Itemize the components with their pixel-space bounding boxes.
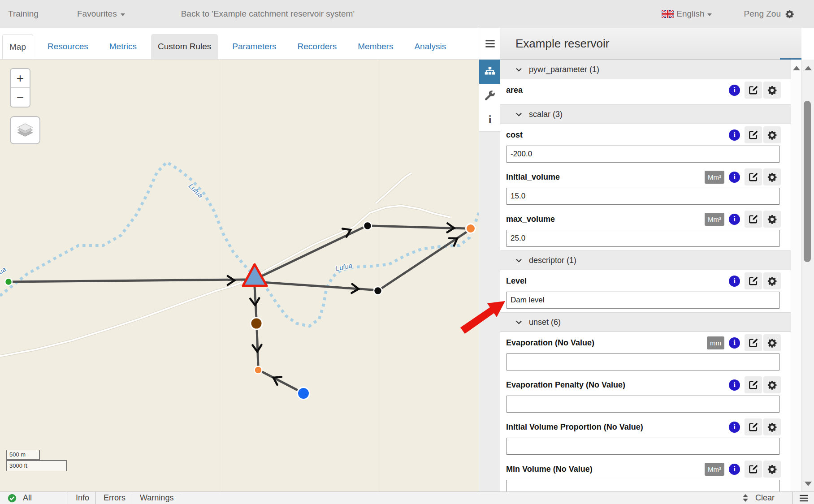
layers-button[interactable]	[10, 116, 40, 144]
tools-button[interactable]	[479, 84, 501, 108]
property-label: Evaporation (No Value)	[506, 338, 594, 348]
tab-metrics[interactable]: Metrics	[103, 34, 143, 59]
chevron-down-icon	[515, 67, 522, 72]
settings-button[interactable]	[763, 418, 781, 435]
filter-warnings[interactable]: Warnings	[132, 492, 180, 504]
tab-analysis[interactable]: Analysis	[407, 34, 453, 59]
node-black-lower[interactable]	[374, 287, 382, 295]
node-orange-small[interactable]	[255, 366, 262, 374]
tab-custom-rules[interactable]: Custom Rules	[151, 34, 218, 59]
info-panel-button[interactable]: i	[479, 108, 501, 132]
edit-button[interactable]	[745, 334, 762, 351]
edit-button[interactable]	[745, 168, 762, 185]
edit-button[interactable]	[745, 272, 762, 289]
scrollbar-thumb[interactable]	[804, 101, 811, 262]
property-value-input[interactable]	[506, 230, 780, 247]
property-value-input[interactable]	[506, 438, 780, 455]
settings-button[interactable]	[763, 168, 781, 185]
clear-label: Clear	[755, 493, 775, 503]
wrench-icon	[485, 90, 495, 101]
panel-title: Example reservoir	[515, 37, 610, 51]
edit-icon	[749, 214, 758, 224]
property-value-input[interactable]	[506, 480, 780, 491]
property-value-input[interactable]	[506, 146, 780, 163]
nav-favourites[interactable]: Favourites	[77, 9, 125, 19]
settings-button[interactable]	[763, 334, 781, 351]
gear-icon	[785, 9, 794, 19]
info-icon[interactable]: i	[729, 214, 740, 225]
window-scrollbar[interactable]	[801, 60, 814, 491]
settings-button[interactable]	[763, 211, 781, 228]
node-green[interactable]	[5, 278, 12, 285]
map-canvas[interactable]: LufuaLufuaLufua + − 500 m 3000 ft	[0, 60, 479, 491]
scroll-up-arrow[interactable]	[793, 66, 800, 70]
tab-map[interactable]: Map	[2, 34, 33, 59]
filter-info[interactable]: Info	[68, 492, 96, 504]
section-header-descriptor-1[interactable]: descriptor (1)	[500, 250, 791, 270]
settings-button[interactable]	[763, 82, 781, 99]
section-header-scalar-3[interactable]: scalar (3)	[500, 104, 791, 124]
section-header-pywr-parameter-1[interactable]: pywr_parameter (1)	[500, 60, 791, 79]
property-value-input[interactable]	[506, 188, 780, 205]
zoom-in-button[interactable]: +	[11, 69, 30, 88]
nav-training-label: Training	[8, 9, 39, 19]
edit-button[interactable]	[745, 211, 762, 228]
clear-log-button[interactable]: Clear	[732, 492, 792, 504]
section-header-unset-6[interactable]: unset (6)	[500, 312, 791, 332]
edit-button[interactable]	[745, 376, 762, 393]
tab-parameters[interactable]: Parameters	[225, 34, 283, 59]
panel-menu-button[interactable]	[479, 28, 501, 60]
filter-label: Warnings	[140, 493, 173, 503]
edit-button[interactable]	[745, 461, 762, 478]
tab-members[interactable]: Members	[351, 34, 400, 59]
node-black-upper[interactable]	[364, 222, 372, 230]
property-evaporation-penalty-no-value: Evaporation Penalty (No Value) i	[500, 374, 791, 413]
info-icon[interactable]: i	[729, 172, 740, 183]
filter-label: Errors	[104, 493, 126, 503]
property-label: Evaporation Penalty (No Value)	[506, 380, 625, 390]
tab-recorders[interactable]: Recorders	[291, 34, 344, 59]
property-label: area	[506, 86, 523, 95]
edit-button[interactable]	[745, 82, 762, 99]
settings-button[interactable]	[763, 272, 781, 289]
user-menu[interactable]: Peng Zou	[744, 9, 794, 19]
tab-resources[interactable]: Resources	[41, 34, 95, 59]
property-value-input[interactable]	[506, 396, 780, 413]
scroll-down-arrow[interactable]	[805, 482, 812, 486]
property-label: initial_volume	[506, 172, 560, 182]
settings-button[interactable]	[763, 461, 781, 478]
info-icon[interactable]: i	[729, 422, 740, 433]
edit-icon	[749, 464, 758, 474]
property-initial-volume-proportion-no-value: Initial Volume Proportion (No Value) i	[500, 416, 791, 455]
scroll-up-arrow[interactable]	[805, 66, 812, 70]
info-icon[interactable]: i	[729, 337, 740, 349]
node-blue[interactable]	[298, 388, 310, 400]
info-icon[interactable]: i	[729, 464, 740, 475]
log-menu-button[interactable]	[792, 492, 814, 504]
info-icon[interactable]: i	[729, 379, 740, 391]
network-view-button[interactable]	[479, 60, 501, 84]
nav-back-link[interactable]: Back to 'Example catchment reservoir sys…	[181, 9, 355, 19]
log-filters: All Info Errors Warnings	[0, 492, 180, 504]
node-orange-right[interactable]	[466, 224, 476, 233]
info-icon[interactable]: i	[729, 129, 740, 141]
zoom-out-button[interactable]: −	[11, 88, 30, 107]
nav-training[interactable]: Training	[8, 9, 39, 19]
node-brown[interactable]	[251, 318, 262, 329]
panel-scrollbar[interactable]	[791, 60, 801, 491]
edit-button[interactable]	[745, 126, 762, 143]
filter-errors[interactable]: Errors	[96, 492, 132, 504]
property-value-input[interactable]	[506, 292, 780, 309]
language-selector[interactable]: English	[662, 9, 711, 19]
filter-all[interactable]: All	[0, 492, 68, 504]
info-icon[interactable]: i	[729, 85, 740, 96]
section-header-label: pywr_parameter (1)	[529, 65, 599, 74]
property-value-input[interactable]	[506, 353, 780, 370]
settings-button[interactable]	[763, 376, 781, 393]
unit-badge: Mm³	[705, 171, 724, 184]
nav-back-label: Back to 'Example catchment reservoir sys…	[181, 9, 355, 19]
edit-button[interactable]	[745, 418, 762, 435]
property-cost: cost i	[500, 124, 791, 163]
info-icon[interactable]: i	[729, 276, 740, 287]
settings-button[interactable]	[763, 126, 781, 143]
